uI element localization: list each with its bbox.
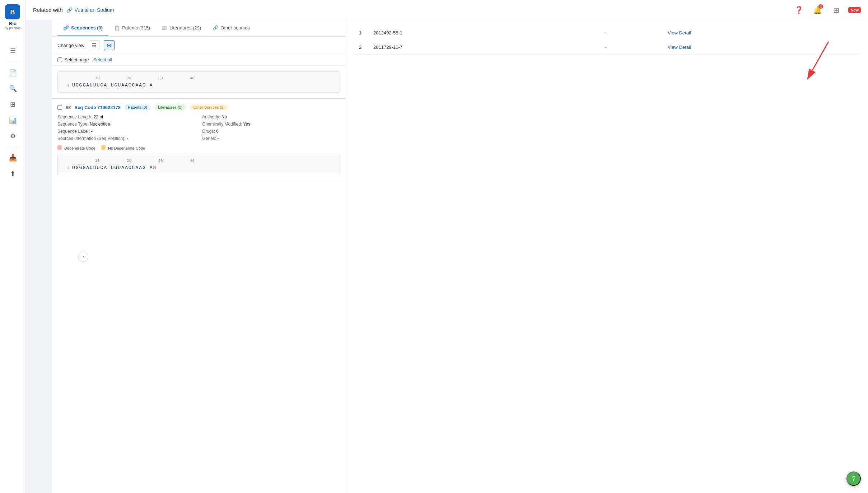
view-detail-button-1[interactable]: View Detail bbox=[668, 30, 691, 36]
ruler-mark-2-40: 40 bbox=[176, 159, 208, 163]
sequence-card-1: 10 20 30 40 1 UGGGAUUUCA UGUAACCAAG A bbox=[52, 66, 346, 99]
tab-other-sources[interactable]: 🔗 Other sources bbox=[207, 20, 256, 36]
seq-2-genes-row: Genes: - bbox=[202, 136, 340, 141]
sequence-viewer-2: 10 20 30 40 1 UGGGAUUUCA UGUAACCAAG AN bbox=[57, 154, 340, 175]
row-1-num: 1 bbox=[355, 26, 369, 40]
svg-text:B: B bbox=[10, 9, 15, 16]
change-view-label: Change view bbox=[57, 43, 84, 48]
inbox-icon[interactable]: 📥 bbox=[6, 151, 19, 164]
seq-2-type-label: Sequence Type: bbox=[57, 122, 89, 127]
seq-text-1: UGGGAUUUCA UGUAACCAAG A bbox=[72, 83, 153, 88]
select-page-checkbox-label[interactable]: Select page bbox=[57, 57, 89, 62]
grid-view-button[interactable]: ⊞ bbox=[104, 40, 115, 50]
main-content: › 🧬 Sequences (3) 📋 Patents (315) 📰 Lite… bbox=[52, 20, 868, 493]
seq-2-seqlabel-row: Sequence Label: - bbox=[57, 129, 195, 134]
document-icon[interactable]: 📄 bbox=[6, 66, 19, 79]
right-panel: 1 2812492-58-1 - View Detail 2 2811729-1… bbox=[346, 20, 868, 493]
seq-2-patents-tag[interactable]: Patents (6) bbox=[124, 104, 151, 110]
grid-icon: ⊞ bbox=[107, 42, 111, 48]
ruler-mark-2-20: 20 bbox=[113, 159, 145, 163]
seq-2-drugs-label: Drugs: bbox=[202, 129, 215, 134]
sequence-viewer-1: 10 20 30 40 1 UGGGAUUUCA UGUAACCAAG A bbox=[57, 71, 340, 93]
help-circle-button[interactable]: ❓ bbox=[792, 4, 805, 17]
list-view-button[interactable]: ☰ bbox=[89, 40, 99, 50]
search-icon[interactable]: 🔍 bbox=[6, 82, 19, 95]
row-1-dash: - bbox=[601, 26, 663, 40]
sequence-ruler-1: 10 20 30 40 bbox=[62, 76, 335, 80]
seq-card-2-header: #2 Seq Code 719622178 Patents (6) Litera… bbox=[57, 104, 340, 110]
settings-icon[interactable]: ⚙ bbox=[6, 130, 19, 142]
view-detail-button-2[interactable]: View Detail bbox=[668, 44, 691, 50]
row-2-dash: - bbox=[601, 40, 663, 55]
seq-2-seqlabel-value: - bbox=[91, 129, 92, 134]
sidebar-divider-3 bbox=[6, 147, 20, 147]
related-with-label: Related with bbox=[33, 7, 63, 13]
seq-2-length-value: 22 nt bbox=[94, 114, 103, 119]
right-panel-content: 1 2812492-58-1 - View Detail 2 2811729-1… bbox=[346, 20, 868, 493]
row-1-code: 2812492-58-1 bbox=[369, 26, 601, 40]
seq-2-genes-value: - bbox=[218, 136, 219, 141]
menu-icon[interactable]: ☰ bbox=[6, 44, 19, 57]
other-sources-tab-icon: 🔗 bbox=[213, 25, 218, 30]
left-panel: 🧬 Sequences (3) 📋 Patents (315) 📰 Litera… bbox=[52, 20, 346, 493]
table-row-1: 1 2812492-58-1 - View Detail bbox=[355, 26, 859, 40]
degenerate-dot bbox=[57, 145, 62, 150]
seq-2-seqlabel-label: Sequence Label: bbox=[57, 129, 90, 134]
seq-2-sources-label: Sources Information (Seq Position): bbox=[57, 136, 125, 141]
literatures-tab-label: Literatures (29) bbox=[169, 25, 201, 30]
seq-2-drugs-value: 6 bbox=[216, 129, 219, 134]
seq-position-1: 1 bbox=[62, 83, 69, 88]
notification-button[interactable]: 🔔 2 bbox=[811, 4, 824, 17]
hit-degenerate-label: Hit Degenerate Code bbox=[108, 146, 145, 150]
apps-button[interactable]: ⊞ bbox=[830, 4, 843, 17]
seq-2-number: #2 bbox=[66, 105, 71, 110]
sequence-ruler-2: 10 20 30 40 bbox=[62, 159, 335, 163]
select-row: Select page Select all bbox=[52, 54, 346, 66]
seq-2-type-row: Sequence Type: Nucleotide bbox=[57, 122, 195, 127]
patents-tab-icon: 📋 bbox=[114, 25, 120, 30]
select-all-button[interactable]: Select all bbox=[93, 57, 112, 62]
seq-2-literatures-tag[interactable]: Literatures (0) bbox=[154, 104, 186, 110]
other-sources-tab-label: Other sources bbox=[220, 25, 250, 30]
drug-name[interactable]: Vutrisiran Sodium bbox=[75, 7, 114, 13]
ruler-mark-2-30: 30 bbox=[145, 159, 176, 163]
select-page-checkbox[interactable] bbox=[57, 57, 62, 62]
app-name: Bio bbox=[9, 21, 17, 26]
seq-2-sources-value: - bbox=[127, 136, 128, 141]
seq-2-checkbox[interactable] bbox=[57, 105, 62, 110]
seq-2-chemmod-row: Chemically Modified: Yes bbox=[202, 122, 340, 127]
sidebar: B Bio by patsnap ☰ 📄 🔍 ⊞ 📊 ⚙ 📥 ⬆ bbox=[0, 0, 26, 493]
sequence-line-2: 1 UGGGAUUUCA UGUAACCAAG AN bbox=[62, 165, 335, 170]
sequences-list: 10 20 30 40 1 UGGGAUUUCA UGUAACCAAG A bbox=[52, 66, 346, 493]
seq-2-type-value: Nucleotide bbox=[90, 122, 110, 127]
help-icon: ? bbox=[852, 475, 855, 483]
seq-2-meta: Sequence Length: 22 nt Antibody: No Sequ… bbox=[57, 114, 340, 141]
seq-2-antibody-value: No bbox=[221, 114, 227, 119]
drug-tag: 🔗 Vutrisiran Sodium bbox=[66, 7, 114, 13]
tab-patents[interactable]: 📋 Patents (315) bbox=[108, 20, 156, 36]
chart-bar-icon[interactable]: 📊 bbox=[6, 114, 19, 127]
header: Related with 🔗 Vutrisiran Sodium ❓ 🔔 2 ⊞… bbox=[26, 0, 868, 20]
seq-2-code-link[interactable]: Seq Code 719622178 bbox=[74, 105, 121, 110]
degenerate-code-label: Degenerate Code bbox=[64, 146, 95, 150]
seq-2-length-row: Sequence Length: 22 nt bbox=[57, 114, 195, 119]
hit-degenerate-legend: Hit Degenerate Code bbox=[101, 145, 145, 150]
seq-2-chemmod-value: Yes bbox=[243, 122, 251, 127]
seq-2-drugs-row: Drugs: 6 bbox=[202, 129, 340, 134]
table-row-2: 2 2811729-10-7 - View Detail bbox=[355, 40, 859, 55]
grid-small-icon[interactable]: ⊞ bbox=[6, 98, 19, 111]
apps-icon: ⊞ bbox=[833, 6, 839, 14]
upload-icon[interactable]: ⬆ bbox=[6, 167, 19, 180]
tabs-bar: 🧬 Sequences (3) 📋 Patents (315) 📰 Litera… bbox=[52, 20, 346, 37]
tab-sequences[interactable]: 🧬 Sequences (3) bbox=[57, 20, 108, 36]
help-button[interactable]: ? bbox=[846, 471, 861, 486]
sidebar-divider bbox=[6, 40, 20, 40]
help-circle-icon: ❓ bbox=[794, 6, 803, 14]
seq-text-2: UGGGAUUUCA UGUAACCAAG AN bbox=[72, 165, 157, 170]
tab-literatures[interactable]: 📰 Literatures (29) bbox=[156, 20, 207, 36]
row-2-action: View Detail bbox=[663, 40, 859, 55]
seq-2-other-tag[interactable]: Other Sources (2) bbox=[190, 104, 228, 110]
sequences-tab-label: Sequences (3) bbox=[71, 25, 103, 30]
collapse-toggle-button[interactable]: › bbox=[78, 252, 88, 262]
panel-wrapper: › 🧬 Sequences (3) 📋 Patents (315) 📰 Lite… bbox=[52, 20, 868, 493]
